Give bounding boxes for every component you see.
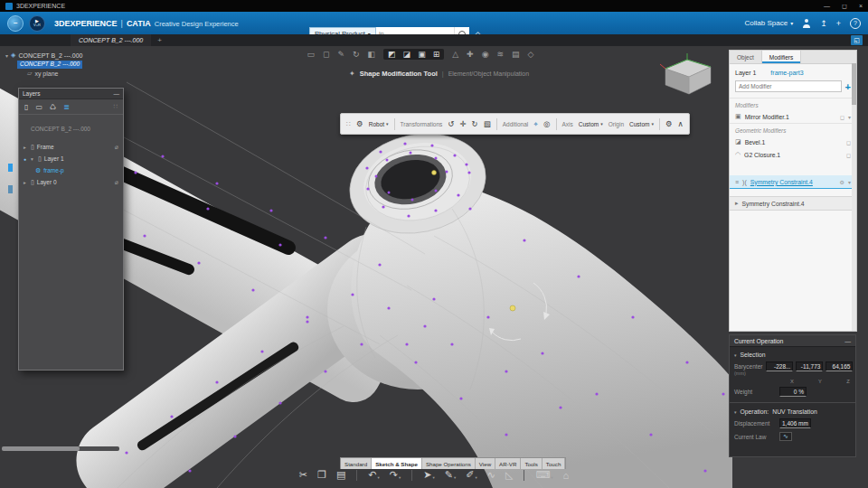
- robot-dropdown[interactable]: Robot ▾: [369, 121, 389, 127]
- vr-play-logo[interactable]: ▶ V+R: [29, 15, 45, 32]
- curve-tool-button[interactable]: ∿: [487, 469, 495, 481]
- rotate-cw-icon[interactable]: ↻: [472, 119, 478, 128]
- chevron-down-icon[interactable]: ▾: [848, 114, 851, 120]
- tab-shape-operations[interactable]: Shape Operations: [422, 458, 476, 469]
- axis-dropdown[interactable]: Custom ▾: [579, 121, 603, 127]
- chevron-down-icon[interactable]: ▾: [475, 475, 476, 481]
- options-icon[interactable]: ◻: [846, 152, 851, 158]
- select-cursor-button[interactable]: ➤▾: [423, 469, 434, 481]
- new-tab-button[interactable]: +: [157, 36, 162, 44]
- user-avatar-icon[interactable]: [802, 19, 811, 28]
- grid-tool-icon[interactable]: ⊞: [433, 50, 440, 59]
- diamond-tool-icon[interactable]: ◇: [528, 50, 534, 59]
- add-content-icon[interactable]: +: [836, 19, 841, 28]
- device-button[interactable]: ⌨▾: [535, 469, 552, 481]
- wave-tool-icon[interactable]: ≋: [497, 50, 505, 59]
- law-curve-icon[interactable]: ∿: [779, 432, 792, 441]
- select-tool-icon[interactable]: ▭: [307, 50, 315, 59]
- tab-concept-document[interactable]: CONCEPT B_2 ---.000: [71, 34, 151, 47]
- breadcrumb-layer[interactable]: Layer 1: [735, 70, 756, 76]
- tree-selected-node[interactable]: CONCEPT B_2 ---.000: [17, 61, 82, 69]
- home-view-button[interactable]: ⌂: [563, 470, 570, 481]
- drag-handle-icon[interactable]: ∷: [346, 120, 351, 128]
- tab-tools[interactable]: Tools: [521, 458, 542, 469]
- compass-icon[interactable]: ◎: [543, 119, 550, 128]
- layers-root-item[interactable]: CONCEPT B_2 ---.000: [19, 123, 123, 135]
- panel-minimize-button[interactable]: —: [844, 338, 851, 344]
- menu-icon[interactable]: ≡: [735, 179, 739, 185]
- barycenter-z-field[interactable]: 64,165: [826, 361, 853, 371]
- share-icon[interactable]: ↥: [820, 19, 827, 28]
- layer-item-frame[interactable]: ▸ ▯ Frame ⌀: [19, 141, 123, 153]
- options-icon[interactable]: ◻: [840, 114, 844, 120]
- sketch-tool-icon[interactable]: ✎: [337, 50, 344, 59]
- horizontal-scrollbar[interactable]: [2, 446, 119, 451]
- collapse-toolbar-icon[interactable]: ∧: [678, 119, 684, 128]
- tab-ar-vr[interactable]: AR-VR: [495, 458, 521, 469]
- chevron-right-icon[interactable]: ▸: [24, 180, 28, 185]
- displacement-field[interactable]: 1,406 mm: [779, 418, 811, 428]
- add-tool-icon[interactable]: ✚: [467, 50, 474, 59]
- split-tool-icon[interactable]: ◧: [368, 50, 376, 59]
- chevron-down-icon[interactable]: ▾: [432, 475, 434, 481]
- gear-icon[interactable]: ⚙: [840, 179, 844, 185]
- point-tool-icon[interactable]: ◉: [482, 50, 489, 59]
- chevron-down-icon[interactable]: ▾: [399, 475, 401, 481]
- window-minimize-button[interactable]: —: [824, 3, 830, 10]
- modifier-item-g2-closure[interactable]: ◠ G2 Closure.1 ◻: [730, 148, 856, 161]
- window-close-button[interactable]: ×: [859, 3, 863, 10]
- layers-stack-icon[interactable]: ≣: [63, 103, 70, 111]
- subdivision-tool-icon[interactable]: ▣: [418, 50, 426, 59]
- chevron-right-icon[interactable]: ▸: [24, 145, 28, 150]
- add-modifier-button[interactable]: +: [845, 81, 851, 92]
- chevron-down-icon[interactable]: ▾: [378, 475, 380, 481]
- undo-button[interactable]: ↶▾: [368, 469, 379, 481]
- mesh-tool-icon[interactable]: ▤: [512, 50, 520, 59]
- layer-item-layer0[interactable]: ▸ ▯ Layer 0 ⌀: [19, 176, 123, 188]
- fullscreen-toggle-button[interactable]: ◱: [851, 35, 863, 45]
- tree-node-xy-plane[interactable]: ▱ xy plane: [27, 69, 82, 78]
- pen-tool-button[interactable]: ✐▾: [466, 469, 476, 481]
- trash-icon[interactable]: ♺: [50, 103, 56, 111]
- barycenter-x-field[interactable]: -228...: [766, 361, 793, 371]
- edge-marker[interactable]: [8, 164, 13, 172]
- tab-touch[interactable]: Touch: [542, 458, 566, 469]
- cut-button[interactable]: ✂: [299, 469, 307, 481]
- tree-root-node[interactable]: ▾ ◈ CONCEPT B_2 ---.000: [5, 51, 82, 60]
- scrollbar-thumb[interactable]: [2, 446, 80, 451]
- chevron-down-icon[interactable]: ▾: [454, 475, 456, 481]
- folder-icon[interactable]: ▭: [35, 103, 42, 111]
- deform-tool-icon[interactable]: ◪: [403, 50, 411, 59]
- selection-section-header[interactable]: ▾ Selection: [730, 347, 855, 360]
- barycenter-y-field[interactable]: -11,773: [796, 361, 823, 371]
- tab-view[interactable]: View: [476, 458, 495, 469]
- move-icon[interactable]: ✛: [459, 119, 466, 128]
- modifier-item-mirror[interactable]: ▣ Mirror Modifier.1 ◻▾: [730, 110, 856, 123]
- new-layer-icon[interactable]: ▯: [24, 103, 28, 111]
- drag-handle-icon[interactable]: ∷: [114, 103, 118, 110]
- layer-item-layer1[interactable]: ● ▾ ▯ Layer 1: [19, 153, 123, 164]
- chevron-right-icon[interactable]: ▸: [735, 200, 739, 207]
- paste-button[interactable]: ▤: [336, 469, 345, 481]
- chevron-down-icon[interactable]: ▾: [551, 475, 552, 481]
- sketch-pencil-button[interactable]: ✎▾: [445, 469, 456, 481]
- layer-item-frame-part[interactable]: ⚙ frame-p: [31, 164, 123, 176]
- window-maximize-button[interactable]: ◻: [842, 3, 847, 10]
- modifier-item-bevel[interactable]: ◪ Bevel.1 ◻: [730, 136, 856, 148]
- origin-dropdown[interactable]: Custom ▾: [629, 121, 654, 127]
- measure-tool-button[interactable]: ◺: [505, 469, 513, 481]
- 3ds-compass-icon[interactable]: ~: [7, 15, 24, 32]
- frame-tool-icon[interactable]: ◻: [323, 50, 329, 59]
- modify-tool-icon[interactable]: ◩: [388, 50, 396, 59]
- tab-sketch-shape[interactable]: Sketch & Shape: [372, 458, 422, 469]
- tab-standard[interactable]: Standard: [341, 458, 372, 469]
- scrollbar-thumb[interactable]: [852, 63, 856, 105]
- symmetry-constraint-section[interactable]: ▸ Symmetry Constraint.4: [730, 196, 856, 211]
- axis-target-icon[interactable]: ⌖: [533, 119, 538, 129]
- chevron-down-icon[interactable]: ▾: [848, 179, 851, 185]
- scale-icon[interactable]: ▧: [484, 119, 491, 128]
- visibility-off-icon[interactable]: ⌀: [115, 144, 118, 151]
- copy-button[interactable]: ❐: [317, 469, 326, 481]
- rotate-tool-icon[interactable]: ↻: [353, 50, 360, 59]
- options-icon[interactable]: ◻: [846, 139, 851, 145]
